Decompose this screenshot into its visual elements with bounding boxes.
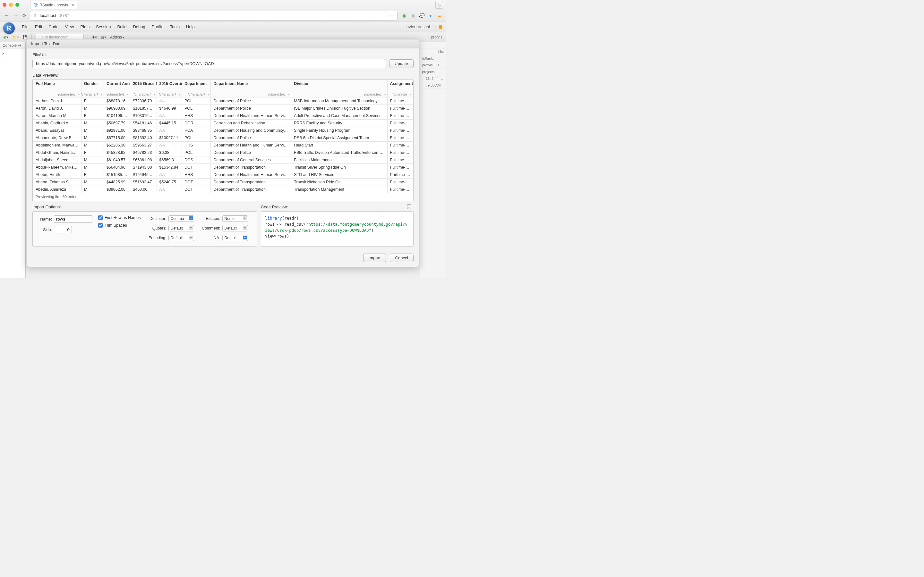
table-row[interactable]: Abdur-Raheem, Mikaeel A.M$56404.96$71943… [33,164,413,171]
menu-edit[interactable]: Edit [32,23,45,31]
chevron-down-icon[interactable]: ▾ [153,93,155,96]
ext-icon-2[interactable]: ◉ [410,13,415,19]
column-header[interactable]: Gender(character)▾ [81,80,103,97]
column-header[interactable]: Division(character)▾ [291,80,387,97]
column-header[interactable]: 2015 Gross Pay Received(character)▾ [130,80,157,97]
table-row[interactable]: Abedin, AmirrezaM$39062.00$450.00NADOTDe… [33,186,413,193]
open-folder-icon[interactable]: 📁▾ [12,35,19,39]
status-icon[interactable] [439,25,443,29]
url-input[interactable]: 🗎 localhost:8787 ☆ [30,11,397,21]
column-header[interactable]: Assignment Category(characte▾ [387,80,413,97]
console-prompt[interactable]: > [0,49,25,58]
bookmark-star-icon[interactable]: ☆ [390,13,394,19]
table-row[interactable]: Aaron, Marsha M.F$104196.06$103019.73NAH… [33,112,413,119]
table-row[interactable]: Abebe, HiruthF$151585.60$164945.06NAHHSD… [33,171,413,179]
ext-icon-4[interactable]: ▾ [428,13,433,19]
column-header[interactable]: Department Name(character)▾ [211,80,291,97]
save-icon[interactable]: 💾 [23,35,27,39]
code-preview[interactable]: library(readr) rows <- read_csv("https:/… [261,211,414,247]
file-row[interactable]: …16, 2:44 PM [420,75,446,82]
first-row-checkbox[interactable] [98,215,103,220]
new-file-icon[interactable]: ⊕▾ [3,35,8,39]
list-button[interactable]: List [420,48,446,55]
table-row[interactable]: Aarhus, Pam J.F$68878.16$72336.79NAPOLDe… [33,97,413,105]
clipboard-icon[interactable]: 📋 [406,203,412,210]
cancel-button[interactable]: Cancel [390,253,414,262]
file-row[interactable]: projects [420,69,446,75]
column-header[interactable]: Current Annual Salary(character)▾ [103,80,130,97]
chevron-down-icon[interactable]: ▾ [384,93,386,96]
table-row[interactable]: Abebe, Zekarias S.M$44825.99$51693.47$52… [33,179,413,186]
browser-tab[interactable]: Ⓡ RStudio - profvis × [30,1,78,9]
insert-icon[interactable]: ✚▾ [92,35,97,39]
menu-help[interactable]: Help [183,23,198,31]
grid-icon[interactable]: ▦▾ [101,35,106,39]
delimiter-select[interactable]: Comma▾ [168,215,194,222]
chevron-down-icon[interactable]: ▾ [101,93,102,96]
column-header[interactable]: Department(character)▾ [182,80,210,97]
table-row[interactable]: Abdul-Ghani, Hasinah J.F$45828.92$46783.… [33,149,413,156]
data-preview-table[interactable]: Full Name(character)▾Gender(character)▾C… [32,79,414,201]
rstudio-favicon-icon: Ⓡ [34,2,37,8]
menu-build[interactable]: Build [114,23,130,31]
trim-spaces-checkbox[interactable] [98,223,103,227]
table-row[interactable]: Aaron, David J.M$96908.09$101857.00$4640… [33,105,413,112]
menu-plots[interactable]: Plots [77,23,93,31]
menu-view[interactable]: View [61,23,77,31]
page-icon: 🗎 [33,13,37,18]
menu-debug[interactable]: Debug [129,23,148,31]
file-url-input[interactable] [32,59,385,68]
chevron-down-icon[interactable]: ▾ [127,93,129,96]
url-host: localhost [40,13,56,18]
chevron-down-icon: ▾ [189,216,193,220]
column-header[interactable]: 2015 Overtime Pay(character)▾ [157,80,182,97]
chevron-down-icon[interactable]: ▾ [410,93,412,96]
quotes-select[interactable]: Default▾ [168,225,194,231]
addins-menu[interactable]: Addins [110,35,124,39]
signout-icon[interactable]: ↪ [433,24,436,29]
table-row[interactable]: Abbamonte, Drew B.M$67715.00$81392.40$10… [33,134,413,142]
ext-icon-1[interactable]: ◉ [401,13,407,19]
name-label: Name: [37,217,52,221]
window-minimize-icon[interactable] [9,3,13,7]
file-row[interactable]: profvis_0.1.0.9001.tar.gz [420,62,446,69]
ext-icon-3[interactable]: 💬 [419,13,425,19]
skip-input[interactable] [54,226,72,234]
table-row[interactable]: Abduljabar, SaeedM$61040.57$66861.98$656… [33,156,413,164]
import-button[interactable]: Import [363,253,386,262]
table-row[interactable]: Ababio, Godfred A.M$50697.79$54181.46$44… [33,119,413,127]
hamburger-icon[interactable]: ≡ [437,13,443,18]
na-select[interactable]: Default▾ [222,235,248,241]
chevron-down-icon[interactable]: ▾ [208,93,209,96]
close-icon[interactable]: × [72,3,74,8]
update-button[interactable]: Update [389,59,414,68]
right-panes: List ts/fmr/…profvis_0.1.0.9001.tar.gzpr… [420,42,446,278]
chevron-down-icon[interactable]: ▾ [78,93,80,96]
preview-footer: Previewing first 50 entries. [33,193,413,200]
project-selector[interactable]: profvis [431,35,443,39]
console-pane: Console ~/ > [0,42,26,278]
column-header[interactable]: Full Name(character)▾ [33,80,81,97]
encoding-select[interactable]: Default▾ [168,235,194,241]
profile-avatar-icon[interactable]: ◇ [435,1,443,9]
menu-code[interactable]: Code [45,23,61,31]
window-zoom-icon[interactable] [15,3,19,7]
escape-select[interactable]: None▾ [222,215,248,222]
file-row[interactable]: …, 9:30 AM [420,82,446,89]
menu-session[interactable]: Session [93,23,114,31]
menu-profile[interactable]: Profile [149,23,167,31]
table-row[interactable]: Abdelmoniem, Marwan M.M$62286.30$59663.2… [33,142,413,149]
chevron-down-icon[interactable]: ▾ [179,93,180,96]
back-icon[interactable]: ← [3,12,10,19]
menu-tools[interactable]: Tools [167,23,183,31]
window-close-icon[interactable] [3,3,6,7]
table-row[interactable]: Ababu, EssayasM$92931.00$93468.35NAHCADe… [33,127,413,134]
reload-icon[interactable]: ⟳ [23,13,27,19]
chevron-down-icon[interactable]: ▾ [288,93,290,96]
name-input[interactable] [54,215,92,223]
file-row[interactable]: ts/fmr/… [420,55,446,62]
menu-file[interactable]: File [19,23,32,31]
import-options-label: Import Options: [32,205,257,210]
console-tab[interactable]: Console ~/ [0,42,25,49]
comment-select[interactable]: Default▾ [222,225,248,231]
